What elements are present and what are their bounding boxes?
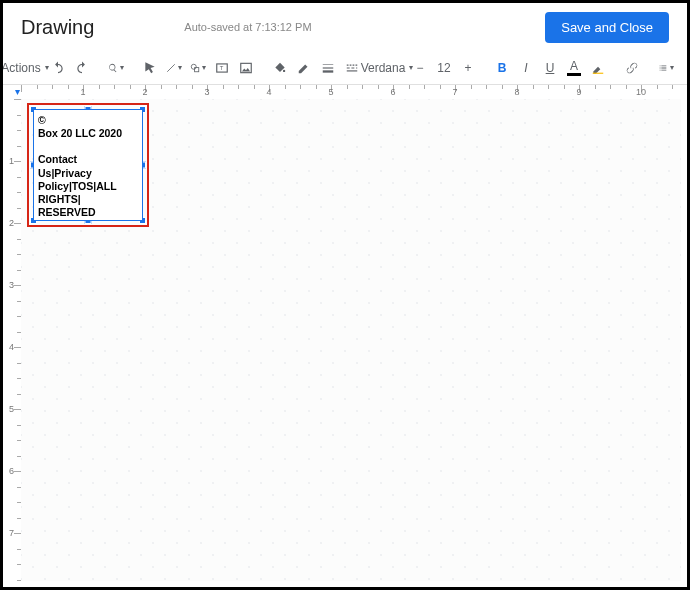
textbox-icon: T [215, 61, 229, 75]
line-dash-icon [345, 61, 359, 75]
ruler-h-label: 8 [514, 87, 519, 97]
redo-icon [75, 61, 89, 75]
list-icon [658, 61, 668, 75]
horizontal-ruler: ▾ 12345678910 [21, 85, 681, 99]
line-weight-icon [321, 61, 335, 75]
drawing-canvas[interactable]: © Box 20 LLC 2020 Contact Us|Privacy Pol… [21, 99, 681, 581]
ruler-h-label: 1 [80, 87, 85, 97]
left-margin-marker[interactable]: ▾ [15, 86, 20, 97]
font-size-decrease[interactable]: − [409, 56, 431, 80]
actions-menu[interactable]: Actions [13, 56, 35, 80]
ruler-v-label: 3 [9, 280, 14, 290]
list-button[interactable] [655, 56, 677, 80]
font-select[interactable]: Verdana [375, 56, 397, 80]
svg-point-5 [283, 69, 285, 71]
cursor-icon [143, 61, 157, 75]
ruler-h-label: 2 [142, 87, 147, 97]
textbox-line [38, 140, 138, 153]
ruler-h-label: 9 [576, 87, 581, 97]
ruler-v-label: 1 [9, 156, 14, 166]
vertical-ruler: 1234567 [7, 99, 21, 581]
zoom-icon [108, 61, 118, 75]
font-size-value[interactable]: 12 [433, 56, 455, 80]
undo-icon [51, 61, 65, 75]
shape-icon [190, 61, 200, 75]
ruler-h-label: 10 [636, 87, 646, 97]
svg-text:T: T [220, 65, 224, 71]
textbox-line: RIGHTS| [38, 193, 138, 206]
line-icon [166, 61, 176, 75]
ruler-v-label: 7 [9, 528, 14, 538]
textbox-line: Box 20 LLC 2020 [38, 127, 138, 140]
underline-button[interactable]: U [539, 56, 561, 80]
ruler-v-label: 2 [9, 218, 14, 228]
text-color-button[interactable]: A [563, 56, 585, 80]
ruler-h-label: 7 [452, 87, 457, 97]
textbox-tool[interactable]: T [211, 56, 233, 80]
ruler-v-label: 6 [9, 466, 14, 476]
shape-tool[interactable] [187, 56, 209, 80]
redo-button[interactable] [71, 56, 93, 80]
undo-button[interactable] [47, 56, 69, 80]
image-tool[interactable] [235, 56, 257, 80]
font-size-increase[interactable]: + [457, 56, 479, 80]
text-color-icon: A [567, 59, 581, 76]
textbox-line: Us|Privacy [38, 167, 138, 180]
textbox-line: Contact [38, 153, 138, 166]
save-and-close-button[interactable]: Save and Close [545, 12, 669, 43]
toolbar: Actions T Verdana − 12 + B I U A [3, 51, 687, 85]
ruler-v-label: 4 [9, 342, 14, 352]
dialog-title: Drawing [21, 16, 94, 39]
ruler-h-label: 3 [204, 87, 209, 97]
border-color-button[interactable] [293, 56, 315, 80]
ruler-h-label: 6 [390, 87, 395, 97]
link-icon [625, 61, 639, 75]
select-tool[interactable] [139, 56, 161, 80]
textbox-line: Policy|TOS|ALL [38, 180, 138, 193]
fill-icon [273, 61, 287, 75]
insert-link-button[interactable] [621, 56, 643, 80]
textbox-line: RESERVED [38, 206, 138, 219]
italic-button[interactable]: I [515, 56, 537, 80]
autosave-status: Auto-saved at 7:13:12 PM [184, 21, 311, 33]
fill-color-button[interactable] [269, 56, 291, 80]
line-tool[interactable] [163, 56, 185, 80]
image-icon [239, 61, 253, 75]
ruler-v-label: 5 [9, 404, 14, 414]
svg-rect-1 [195, 67, 199, 71]
pencil-icon [297, 61, 311, 75]
bold-button[interactable]: B [491, 56, 513, 80]
selected-textbox[interactable]: © Box 20 LLC 2020 Contact Us|Privacy Pol… [27, 103, 149, 227]
svg-point-0 [191, 64, 196, 69]
ruler-h-label: 5 [328, 87, 333, 97]
border-weight-button[interactable] [317, 56, 339, 80]
highlight-color-button[interactable] [587, 56, 609, 80]
textbox-line: © [38, 114, 138, 127]
highlighter-icon [591, 61, 605, 75]
textbox-content[interactable]: © Box 20 LLC 2020 Contact Us|Privacy Pol… [33, 109, 143, 221]
zoom-button[interactable] [105, 56, 127, 80]
ruler-h-label: 4 [266, 87, 271, 97]
